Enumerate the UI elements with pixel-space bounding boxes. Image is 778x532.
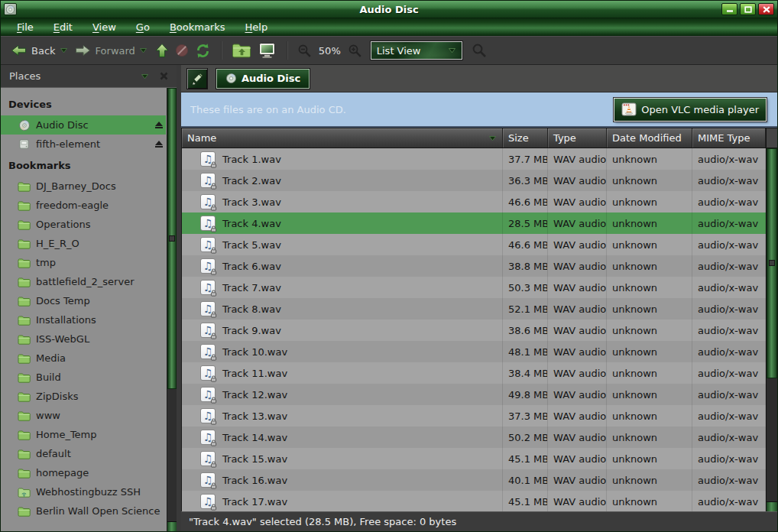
minimize-button[interactable] [721, 3, 737, 15]
computer-button[interactable] [254, 41, 280, 60]
sidebar-item-build[interactable]: Build [1, 368, 166, 387]
file-row[interactable]: ♫Track 2.wav36.3 MBWAV audiounknownaudio… [182, 170, 766, 191]
sidebar-item-home-temp[interactable]: Home_Temp [1, 425, 166, 444]
sidebar-item-audio-disc[interactable]: Audio Disc [1, 115, 166, 135]
file-row[interactable]: ♫Track 1.wav37.7 MBWAV audiounknownaudio… [182, 148, 766, 170]
file-name-cell: ♫Track 5.wav [182, 234, 503, 255]
file-row[interactable]: ♫Track 15.wav45.1 MBWAV audiounknownaudi… [182, 448, 766, 469]
eject-icon[interactable] [155, 141, 163, 148]
file-row[interactable]: ♫Track 10.wav48.1 MBWAV audiounknownaudi… [182, 341, 766, 362]
file-type: WAV audio [548, 191, 607, 212]
sidebar-item-label: Media [36, 352, 166, 364]
folder-icon [18, 468, 31, 478]
tab-label: Audio Disc [242, 73, 300, 84]
reload-button[interactable] [192, 41, 214, 60]
file-list-scroll-down-button[interactable] [767, 501, 777, 511]
column-header-mime-type[interactable]: MIME Type [692, 128, 766, 148]
file-type: WAV audio [548, 384, 607, 405]
column-header-date-modified[interactable]: Date Modified [607, 128, 692, 148]
sidebar-item-installations[interactable]: Installations [1, 310, 166, 329]
sidebar-item-freedom-eagle[interactable]: freedom-eagle [1, 196, 166, 215]
sidebar-item-iss-webgl[interactable]: ISS-WebGL [1, 329, 166, 349]
file-row[interactable]: ♫Track 5.wav46.6 MBWAV audiounknownaudio… [182, 234, 766, 255]
sidebar-item-docs-temp[interactable]: Docs Temp [1, 291, 166, 310]
file-row[interactable]: ♫Track 4.wav28.5 MBWAV audiounknownaudio… [182, 212, 766, 234]
menu-edit[interactable]: Edit [44, 19, 83, 35]
sidebar-item-operations[interactable]: Operations [1, 215, 166, 234]
back-button[interactable]: Back [8, 42, 58, 59]
sidebar-item-www[interactable]: www [1, 406, 166, 425]
open-vlc-button[interactable]: Open VLC media player [614, 98, 767, 122]
sidebar-item-label: default [36, 448, 166, 459]
file-row[interactable]: ♫Track 7.wav50.3 MBWAV audiounknownaudio… [182, 277, 766, 298]
sidebar-item-default[interactable]: default [1, 444, 166, 463]
sidebar-item-media[interactable]: Media [1, 349, 166, 368]
stop-button[interactable] [172, 41, 192, 60]
file-row[interactable]: ♫Track 6.wav38.8 MBWAV audiounknownaudio… [182, 255, 766, 277]
sidebar-header: Places [1, 65, 177, 88]
file-list-body: ♫Track 1.wav37.7 MBWAV audiounknownaudio… [182, 148, 766, 511]
forward-button[interactable]: Forward [73, 42, 138, 59]
close-button[interactable] [758, 3, 774, 15]
home-button[interactable] [229, 41, 254, 60]
sidebar-close-icon[interactable] [160, 72, 168, 80]
file-row[interactable]: ♫Track 8.wav52.1 MBWAV audiounknownaudio… [182, 298, 766, 320]
sidebar-item-label: battlefield_2_server [36, 276, 166, 287]
file-row[interactable]: ♫Track 9.wav38.6 MBWAV audiounknownaudio… [182, 320, 766, 341]
sidebar-scrollbar[interactable] [167, 88, 177, 531]
file-row[interactable]: ♫Track 17.wav45.1 MBWAV audiounknownaudi… [182, 491, 766, 511]
sidebar-item-berlin-wall-open-science[interactable]: Berlin Wall Open Science [1, 501, 166, 521]
sidebar-pane-dropdown-icon[interactable] [141, 73, 149, 79]
file-size: 45.1 MB [503, 448, 548, 469]
sidebar-item-tmp[interactable]: tmp [1, 253, 166, 272]
column-header-size[interactable]: Size [503, 128, 548, 148]
menu-bookmarks[interactable]: Bookmarks [160, 19, 235, 35]
file-row[interactable]: ♫Track 12.wav49.8 MBWAV audiounknownaudi… [182, 384, 766, 405]
file-size: 38.8 MB [503, 255, 548, 277]
file-mime-type: audio/x-wav [692, 405, 766, 427]
sidebar-item-h-e-r-o[interactable]: H_E_R_O [1, 234, 166, 253]
maximize-button[interactable] [740, 3, 756, 15]
file-name: Track 1.wav [222, 154, 281, 165]
tab-audio-disc[interactable]: Audio Disc [216, 69, 310, 89]
file-row[interactable]: ♫Track 11.wav38.4 MBWAV audiounknownaudi… [182, 362, 766, 384]
file-row[interactable]: ♫Track 13.wav37.3 MBWAV audiounknownaudi… [182, 405, 766, 427]
menu-view[interactable]: View [83, 19, 126, 35]
file-mime-type: audio/x-wav [692, 170, 766, 191]
file-name: Track 6.wav [222, 261, 281, 272]
sidebar-item-dj-barney-docs[interactable]: DJ_Barney_Docs [1, 177, 166, 196]
menu-help[interactable]: Help [235, 19, 278, 35]
sidebar-scrollbar-thumb[interactable] [167, 88, 177, 389]
file-list-scrollbar-thumb[interactable] [767, 148, 777, 378]
file-row[interactable]: ♫Track 3.wav46.6 MBWAV audiounknownaudio… [182, 191, 766, 212]
sidebar-scroll-down-button[interactable] [167, 521, 177, 531]
sidebar-item-zipdisks[interactable]: ZipDisks [1, 387, 166, 406]
audio-file-icon: ♫ [200, 472, 216, 488]
sidebar-item-fifth-element[interactable]: fifth-element [1, 135, 166, 154]
file-row[interactable]: ♫Track 14.wav50.2 MBWAV audiounknownaudi… [182, 427, 766, 448]
file-name: Track 16.wav [222, 475, 287, 486]
view-mode-select[interactable]: List View [371, 41, 462, 60]
zoom-in-button[interactable] [345, 42, 365, 60]
audio-file-icon: ♫ [200, 280, 216, 295]
file-row[interactable]: ♫Track 16.wav40.1 MBWAV audiounknownaudi… [182, 469, 766, 491]
up-button[interactable] [152, 41, 172, 60]
column-header-type[interactable]: Type [548, 128, 607, 148]
menu-file[interactable]: File [7, 19, 44, 35]
sidebar-item-battlefield-2-server[interactable]: battlefield_2_server [1, 272, 166, 291]
zoom-out-button[interactable] [295, 42, 314, 60]
titlebar[interactable]: Audio Disc [1, 1, 777, 18]
column-header-name[interactable]: Name [182, 128, 503, 148]
file-name-cell: ♫Track 13.wav [182, 405, 503, 427]
audio-file-icon: ♫ [200, 173, 216, 188]
menubar: File Edit View Go Bookmarks Help [1, 18, 777, 36]
search-button[interactable] [472, 43, 487, 58]
eject-icon[interactable] [155, 122, 163, 128]
sidebar-item-webhostingbuzz-ssh[interactable]: Webhostingbuzz SSH [1, 482, 166, 501]
sidebar-item-homepage[interactable]: homepage [1, 463, 166, 482]
notes-button[interactable] [186, 68, 208, 89]
back-history-dropdown[interactable] [60, 47, 68, 54]
file-list-scrollbar[interactable] [766, 128, 777, 511]
menu-go[interactable]: Go [126, 19, 160, 35]
forward-history-dropdown[interactable] [139, 47, 147, 54]
